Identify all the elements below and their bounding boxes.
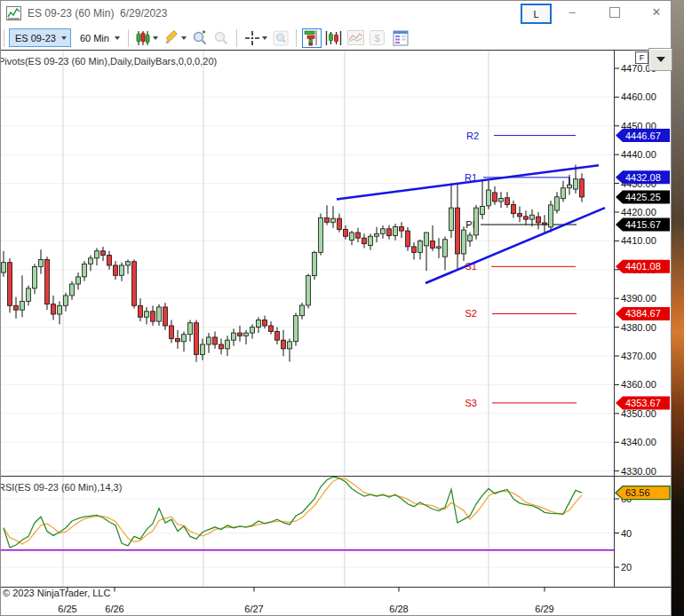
candle-up [182,335,187,342]
candle-up [58,305,62,314]
candle-up [331,218,336,222]
title-bar: ES 09-23 (60 Min) 6/29/2023 L – ✕ [1,1,671,26]
price-marker-value: 4415.67 [625,219,661,230]
copyright-label: © 2023 NinjaTrader, LLC [3,588,110,598]
candlestick-icon [136,30,150,46]
candle-down [400,227,404,232]
price-tick-label: 4440.00 [621,149,656,160]
candle-up [375,233,379,236]
candle-up [207,337,211,344]
axis-dropdown-button[interactable] [648,48,672,71]
chevron-down-icon [262,36,267,40]
rsi-indicator-label: RSI(ES 09-23 (60 Min),14,3) [1,482,122,493]
mini-chart-button[interactable] [346,29,366,47]
candle-up [443,240,448,257]
dollar-button[interactable]: $ [368,29,386,47]
candle-down [238,333,243,336]
candle-down [505,198,510,205]
chart-style-button[interactable] [134,29,160,47]
candle-up [251,328,255,333]
candle-up [70,284,75,296]
candle-up [64,296,68,305]
interval-label: 60 Min [80,33,109,43]
candle-down [431,241,435,248]
candle-up [561,188,566,199]
link-button[interactable]: L [521,4,552,24]
candle-down [325,217,330,222]
candle-up [481,207,485,215]
price-marker-value: 63.56 [625,487,650,498]
candle-up [89,258,93,264]
candle-up [468,235,473,241]
chart-trader-button[interactable] [302,28,322,48]
pivot-lines: R2R1PPS1S2S3 [465,130,577,408]
maximize-button[interactable] [605,4,624,20]
zoom-out-button[interactable] [211,29,231,47]
price-tick-label: 4390.00 [621,293,656,304]
candle-down [580,179,585,197]
price-tick-label: 4360.00 [621,379,656,390]
trendline [337,165,599,199]
candle-up [474,208,479,235]
toolbar-separator [296,29,297,47]
candle-down [282,340,286,349]
toolbar-separator [4,29,4,47]
candle-down [524,217,529,219]
interval-selector[interactable]: 60 Min [75,29,123,46]
cursor-mode-button[interactable] [243,29,269,47]
candle-up [369,236,373,245]
price-tick-label: 4410.00 [621,235,656,246]
candle-down [543,223,547,225]
candle-down [412,247,417,252]
date-tick-label: 6/28 [389,604,408,614]
candle-down [512,205,516,214]
rsi-tick-label: 20 [621,562,632,573]
close-button[interactable]: ✕ [647,4,666,20]
chart-window: ES 09-23 (60 Min) 6/29/2023 L – ✕ ES 09-… [0,0,672,616]
region-magnifier-icon [273,30,289,46]
chevron-down-icon [656,57,665,62]
candle-down [45,259,50,304]
candle-down [139,305,143,317]
time-axis[interactable]: 6/256/266/276/286/29 [58,588,553,615]
region-zoom-button[interactable] [271,29,290,47]
candle-up [319,217,323,252]
chart-canvas[interactable]: 4470.004460.004450.004440.004430.004420.… [1,50,671,616]
minimize-button[interactable]: – [562,4,582,20]
candle-up [120,265,124,275]
candle-up [33,267,37,288]
instrument-label: ES 09-23 [15,33,56,43]
price-tick-label: 4350.00 [621,408,656,419]
zoom-in-button[interactable] [190,29,210,47]
properties-button[interactable] [391,29,410,47]
crosshair-icon [244,30,260,46]
candle-up [394,227,398,236]
candle-up [294,316,298,342]
candle-down [151,312,155,321]
candle-up [555,197,560,210]
properties-form-icon [393,30,409,46]
candle-up [350,233,354,240]
candle-up [226,340,230,349]
zoom-out-icon [213,30,229,46]
bars-panel-button[interactable] [323,29,344,47]
price-marker-value: 4384.67 [625,308,661,319]
candle-down [456,208,460,254]
candle-up [306,276,311,305]
candle-up [487,190,491,206]
fixed-scale-button[interactable]: F [635,51,648,64]
candles-panel-icon [325,30,342,46]
candle-down [356,233,361,238]
chevron-down-icon [181,36,187,40]
candle-down [176,339,180,342]
date-tick-label: 6/27 [244,604,263,614]
svg-text:$: $ [374,33,379,43]
candle-up [300,305,305,316]
candle-down [387,229,392,236]
instrument-selector[interactable]: ES 09-23 [9,28,71,47]
pivots-indicator-label: Pivots(ES 09-23 (60 Min),Daily,DailyBars… [1,56,217,67]
candle-down [269,326,274,331]
pencil-icon [163,30,179,46]
date-tick-label: 6/29 [535,604,553,614]
drawing-tools-button[interactable] [162,29,188,47]
